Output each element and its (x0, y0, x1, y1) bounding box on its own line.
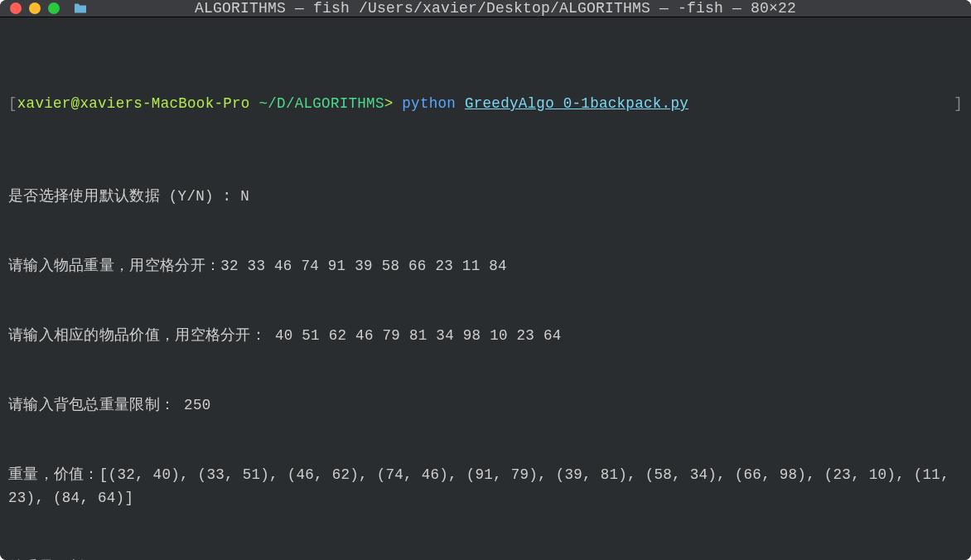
output-line: 重量，价值：[(32, 40), (33, 51), (46, 62), (74… (8, 463, 963, 509)
command-python: python (402, 95, 456, 112)
prompt-bracket-close: ] (954, 92, 963, 115)
prompt-gt: > (384, 95, 403, 112)
output-line: 总重量限制：250 (8, 556, 963, 560)
terminal-body[interactable]: [xavier@xaviers-MacBook-Pro ~/D/ALGORITH… (0, 17, 971, 560)
output-line: 请输入物品重量，用空格分开：32 33 46 74 91 39 58 66 23… (8, 254, 963, 278)
titlebar[interactable]: ALGORITHMS — fish /Users/xavier/Desktop/… (0, 0, 971, 17)
prompt-bracket-open: [ (8, 95, 17, 112)
terminal-window: ALGORITHMS — fish /Users/xavier/Desktop/… (0, 0, 971, 560)
output-line: 请输入相应的物品价值，用空格分开： 40 51 62 46 79 81 34 9… (8, 324, 963, 347)
window-title: ALGORITHMS — fish /Users/xavier/Desktop/… (30, 0, 961, 17)
prompt-path: ~/D/ALGORITHMS (250, 95, 384, 112)
prompt-line-1: [xavier@xaviers-MacBook-Pro ~/D/ALGORITH… (8, 92, 963, 115)
output-line: 是否选择使用默认数据 (Y/N) : N (8, 185, 963, 208)
close-icon[interactable] (10, 2, 22, 14)
command-file: GreedyAlgo_0-1backpack.py (465, 95, 688, 112)
output-line: 请输入背包总重量限制： 250 (8, 393, 963, 417)
prompt-user-host: xavier@xaviers-MacBook-Pro (17, 95, 250, 112)
